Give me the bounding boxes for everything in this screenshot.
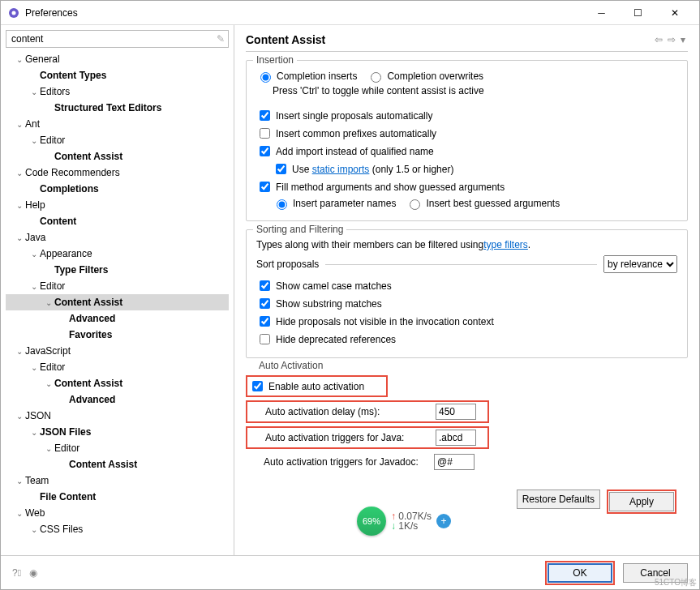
tree-node[interactable]: ⌄CSS Files	[6, 521, 229, 537]
insert-param-names-radio[interactable]	[277, 199, 287, 210]
chevron-down-icon[interactable]: ⌄	[14, 509, 25, 518]
tree-node[interactable]: ⌄JavaScript	[6, 343, 229, 359]
tree-label: Editors	[40, 86, 70, 97]
tree-node[interactable]: Advanced	[6, 310, 229, 327]
chevron-down-icon[interactable]: ⌄	[28, 363, 40, 372]
static-imports-link[interactable]: static imports	[312, 164, 370, 175]
sorting-group: Sorting and Filtering Types along with t…	[246, 229, 688, 358]
tree-node[interactable]: ⌄General	[6, 51, 229, 67]
chevron-down-icon[interactable]: ⌄	[14, 477, 25, 485]
chevron-down-icon[interactable]: ⌄	[28, 88, 40, 96]
chevron-down-icon[interactable]: ⌄	[14, 55, 25, 64]
tree-node[interactable]: Type Filters	[6, 262, 229, 278]
chevron-down-icon[interactable]: ⌄	[14, 412, 25, 421]
chevron-down-icon[interactable]: ⌄	[14, 201, 25, 210]
forward-icon[interactable]: ⇨	[668, 34, 676, 45]
chevron-down-icon[interactable]: ⌄	[28, 136, 40, 145]
tree-node[interactable]: Structured Text Editors	[6, 100, 229, 116]
tree-node[interactable]: ⌄JSON	[6, 408, 229, 424]
javadoc-triggers-input[interactable]	[434, 454, 475, 470]
filter-input[interactable]	[10, 32, 217, 45]
tree-node[interactable]: ⌄Java	[6, 229, 229, 246]
hide-invisible-checkbox[interactable]	[260, 316, 270, 327]
tree-node[interactable]: ⌄Content Assist	[6, 375, 229, 391]
completion-overwrites-radio[interactable]	[371, 72, 381, 83]
insertion-group: Insertion Completion inserts Completion …	[246, 60, 688, 221]
preferences-tree[interactable]: ⌄GeneralContent Types⌄EditorsStructured …	[6, 51, 229, 550]
java-triggers-input[interactable]	[436, 430, 476, 446]
minimize-button[interactable]: ─	[583, 2, 620, 24]
chevron-down-icon[interactable]: ⌄	[43, 444, 54, 453]
chevron-down-icon[interactable]: ⌄	[14, 233, 25, 242]
chevron-down-icon[interactable]: ⌄	[28, 282, 40, 291]
back-icon[interactable]: ⇦	[655, 34, 663, 45]
tree-node[interactable]: Advanced	[6, 391, 229, 408]
help-icon[interactable]: ?⃝	[12, 567, 21, 579]
tree-node[interactable]: ⌄Web	[6, 505, 229, 521]
tree-node[interactable]: File Content	[6, 489, 229, 505]
maximize-button[interactable]: ☐	[620, 2, 656, 24]
close-button[interactable]: ✕	[656, 2, 693, 24]
tree-node[interactable]: Content	[6, 213, 229, 229]
chevron-down-icon[interactable]: ⌄	[14, 169, 25, 177]
tree-label: JavaScript	[25, 345, 71, 357]
tree-label: Editor	[40, 280, 65, 292]
tree-label: Content Types	[40, 70, 106, 81]
chevron-down-icon[interactable]: ⌄	[14, 347, 25, 356]
static-imports-checkbox[interactable]	[276, 164, 286, 174]
progress-icon[interactable]: ◉	[29, 567, 37, 579]
substring-checkbox[interactable]	[260, 298, 270, 309]
restore-defaults-button[interactable]: Restore Defaults	[517, 490, 600, 509]
tree-node[interactable]: ⌄Team	[6, 472, 229, 489]
tree-node[interactable]: Completions	[6, 181, 229, 197]
tree-node[interactable]: ⌄Code Recommenders	[6, 165, 229, 181]
tree-node[interactable]: Content Types	[6, 67, 229, 83]
tree-label: Favorites	[69, 329, 112, 340]
chevron-down-icon[interactable]: ⌄	[28, 525, 40, 534]
chevron-down-icon[interactable]: ⌄	[43, 379, 54, 388]
tree-node[interactable]: ⌄Editor	[6, 359, 229, 375]
page-buttons: Restore Defaults Apply	[246, 483, 688, 520]
tree-node[interactable]: Content Assist	[6, 148, 229, 165]
insert-best-guessed-radio[interactable]	[410, 199, 420, 210]
tree-node[interactable]: ⌄JSON Files	[6, 424, 229, 440]
tree-node[interactable]: ⌄Editor	[6, 440, 229, 456]
completion-inserts-radio[interactable]	[260, 72, 271, 83]
tree-label: Java	[25, 232, 45, 243]
preferences-window: Preferences ─ ☐ ✕ ✎ ⌄GeneralContent Type…	[0, 0, 700, 590]
page-title: Content Assist	[246, 33, 652, 46]
chevron-down-icon[interactable]: ⌄	[28, 250, 40, 259]
chevron-down-icon[interactable]: ⌄	[14, 120, 25, 129]
chevron-down-icon[interactable]: ⌄	[28, 428, 40, 437]
clear-icon[interactable]: ✎	[217, 33, 225, 45]
tree-node[interactable]: ⌄Editors	[6, 83, 229, 100]
tree-label: Structured Text Editors	[54, 102, 161, 113]
tree-node[interactable]: ⌄Ant	[6, 116, 229, 132]
left-pane: ✎ ⌄GeneralContent Types⌄EditorsStructure…	[1, 25, 234, 555]
dialog-footer: ?⃝ ◉ OK Cancel	[1, 555, 699, 589]
tree-node[interactable]: ⌄Appearance	[6, 246, 229, 262]
insert-common-checkbox[interactable]	[260, 128, 270, 139]
tree-node[interactable]: ⌄Editor	[6, 278, 229, 294]
enable-auto-checkbox[interactable]	[252, 381, 263, 391]
ok-button[interactable]: OK	[548, 563, 612, 583]
fill-arguments-checkbox[interactable]	[260, 182, 270, 192]
hide-deprecated-checkbox[interactable]	[260, 334, 270, 344]
type-filters-link[interactable]: type filters	[483, 239, 528, 250]
tree-node[interactable]: ⌄Editor	[6, 132, 229, 148]
tree-node[interactable]: ⌄Help	[6, 197, 229, 213]
filter-box: ✎	[6, 30, 229, 48]
tree-node[interactable]: Favorites	[6, 327, 229, 343]
camel-case-checkbox[interactable]	[260, 280, 270, 291]
menu-icon[interactable]: ▾	[681, 34, 685, 45]
network-widget[interactable]: 69% ↑ 0.07K/s ↓ 1K/s +	[357, 507, 451, 536]
sort-proposals-select[interactable]: by relevance	[603, 255, 677, 273]
chevron-down-icon[interactable]: ⌄	[43, 298, 54, 307]
insert-single-checkbox[interactable]	[260, 110, 270, 121]
add-import-checkbox[interactable]	[260, 146, 270, 156]
apply-button[interactable]: Apply	[609, 492, 674, 511]
tree-node[interactable]: ⌄Content Assist	[6, 294, 229, 310]
tree-node[interactable]: Content Assist	[6, 456, 229, 472]
delay-input[interactable]	[436, 404, 476, 420]
plus-icon[interactable]: +	[436, 514, 451, 528]
